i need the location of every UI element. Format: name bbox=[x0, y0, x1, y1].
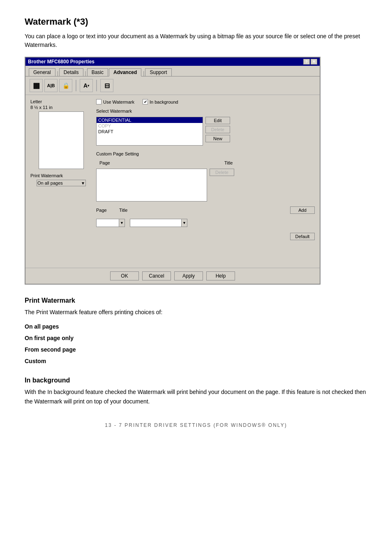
custom-table-header: Page Title bbox=[96, 160, 315, 165]
default-btn-row: Default bbox=[96, 233, 315, 240]
toolbar-icon-ab[interactable]: A|B bbox=[44, 79, 58, 92]
add-inputs-row: ▼ ▼ bbox=[96, 219, 315, 227]
title-input-field[interactable]: ▼ bbox=[130, 219, 187, 227]
page-content: Watermark (*3) You can place a logo or t… bbox=[0, 0, 392, 445]
in-background-section-title: In background bbox=[25, 377, 367, 384]
page-footer: 13 - 7 PRINTER DRIVER SETTINGS (FOR WIND… bbox=[25, 422, 367, 428]
toolbar-icon-font[interactable]: A▾ bbox=[80, 79, 93, 92]
title-text-input[interactable] bbox=[130, 220, 181, 226]
print-watermark-section-title: Print Watermark bbox=[25, 297, 367, 304]
watermark-list-area: CONFIDENTIAL COPY DRAFT Edit Delete New bbox=[96, 117, 315, 146]
title-col-label: Title bbox=[119, 208, 160, 213]
cancel-button[interactable]: Cancel bbox=[142, 271, 171, 280]
use-watermark-checkbox-label[interactable]: Use Watermark bbox=[96, 99, 134, 104]
titlebar-buttons: ? ✕ bbox=[303, 59, 317, 65]
default-button[interactable]: Default bbox=[290, 233, 315, 240]
intro-text: You can place a logo or text into your d… bbox=[25, 32, 367, 49]
select-watermark-label: Select Watermark bbox=[96, 109, 315, 114]
toolbar-icon-layout[interactable]: ⊟ bbox=[100, 79, 113, 92]
toolbar-separator-2 bbox=[96, 80, 97, 91]
toolbar-icon-grid[interactable]: ▦ bbox=[30, 79, 43, 92]
dropdown-arrow-icon: ▼ bbox=[81, 181, 85, 185]
apply-button[interactable]: Apply bbox=[174, 271, 203, 280]
custom-page-area: Delete bbox=[96, 169, 315, 202]
print-watermark-section-text: The Print Watermark feature offers print… bbox=[25, 308, 367, 317]
in-background-text: In background bbox=[150, 100, 178, 104]
toolbar: ▦ A|B 🔒 A▾ ⊟ bbox=[25, 76, 320, 95]
page-input-field[interactable]: ▼ bbox=[96, 219, 125, 227]
tab-bar: General | Details | Basic Advanced | Sup… bbox=[25, 66, 320, 76]
dialog-window: Brother MFC6800 Properties ? ✕ General |… bbox=[25, 57, 321, 285]
page-col-label: Page bbox=[96, 208, 108, 213]
ok-button[interactable]: OK bbox=[110, 271, 139, 280]
in-background-section-text: With the In background feature checked t… bbox=[25, 387, 367, 406]
watermark-action-buttons: Edit Delete New bbox=[205, 117, 230, 146]
custom-page-label: Custom Page Setting bbox=[96, 151, 315, 156]
page-input-arrow[interactable]: ▼ bbox=[119, 219, 125, 227]
custom-page-listbox[interactable] bbox=[96, 169, 207, 202]
in-background-checkbox[interactable]: ✔ bbox=[143, 99, 148, 104]
toolbar-separator bbox=[76, 80, 76, 91]
use-watermark-row: Use Watermark ✔ In background bbox=[96, 99, 315, 104]
dialog-title: Brother MFC6800 Properties bbox=[28, 59, 95, 65]
dialog-body: Letter 8 ½ x 11 in Print Watermark On al… bbox=[25, 95, 320, 268]
use-watermark-text: Use Watermark bbox=[103, 100, 134, 104]
watermark-item-copy[interactable]: COPY bbox=[97, 123, 203, 129]
left-panel: Letter 8 ½ x 11 in Print Watermark On al… bbox=[30, 99, 92, 264]
watermark-listbox[interactable]: CONFIDENTIAL COPY DRAFT bbox=[96, 117, 203, 146]
dialog-titlebar: Brother MFC6800 Properties ? ✕ bbox=[25, 58, 320, 66]
list-item-custom: Custom bbox=[25, 355, 367, 367]
close-titlebar-btn[interactable]: ✕ bbox=[311, 59, 317, 65]
col-header-page: Page bbox=[98, 160, 190, 165]
print-watermark-label: Print Watermark bbox=[30, 173, 63, 178]
tab-details[interactable]: Details bbox=[59, 68, 83, 76]
tab-general[interactable]: General bbox=[29, 68, 55, 76]
watermark-item-confidential[interactable]: CONFIDENTIAL bbox=[97, 117, 203, 123]
custom-side-buttons: Delete bbox=[210, 169, 234, 202]
page-title: Watermark (*3) bbox=[25, 16, 367, 27]
add-row: Page Title Add bbox=[96, 206, 315, 214]
print-watermark-dropdown[interactable]: On all pages ▼ bbox=[37, 180, 86, 186]
add-button[interactable]: Add bbox=[290, 206, 315, 214]
print-watermark-list: On all pages On first page only From sec… bbox=[25, 321, 367, 367]
dialog-footer: OK Cancel Apply Help bbox=[25, 268, 320, 284]
in-background-checkbox-label[interactable]: ✔ In background bbox=[143, 99, 178, 104]
help-button[interactable]: Help bbox=[206, 271, 235, 280]
tab-basic[interactable]: Basic bbox=[87, 68, 108, 76]
dropdown-value: On all pages bbox=[37, 181, 63, 185]
right-panel: Use Watermark ✔ In background Select Wat… bbox=[96, 99, 315, 264]
list-item-all-pages: On all pages bbox=[25, 321, 367, 332]
page-number-input[interactable] bbox=[97, 220, 119, 226]
list-item-second-page: From second page bbox=[25, 344, 367, 355]
help-titlebar-btn[interactable]: ? bbox=[303, 59, 310, 65]
col-header-title: Title bbox=[223, 160, 315, 165]
edit-watermark-button[interactable]: Edit bbox=[205, 117, 230, 124]
toolbar-icon-lock[interactable]: 🔒 bbox=[59, 79, 72, 92]
paper-label: Letter bbox=[30, 99, 42, 104]
watermark-item-draft[interactable]: DRAFT bbox=[97, 129, 203, 134]
paper-size: 8 ½ x 11 in bbox=[30, 105, 53, 110]
new-watermark-button[interactable]: New bbox=[205, 135, 230, 142]
tab-advanced[interactable]: Advanced bbox=[109, 68, 141, 76]
delete-watermark-button[interactable]: Delete bbox=[205, 126, 230, 133]
title-input-arrow[interactable]: ▼ bbox=[181, 219, 187, 227]
delete-custom-page-button[interactable]: Delete bbox=[210, 169, 234, 176]
list-item-first-page: On first page only bbox=[25, 332, 367, 344]
paper-preview bbox=[39, 111, 84, 169]
use-watermark-checkbox[interactable] bbox=[96, 99, 101, 104]
tab-support[interactable]: Support bbox=[145, 68, 171, 76]
